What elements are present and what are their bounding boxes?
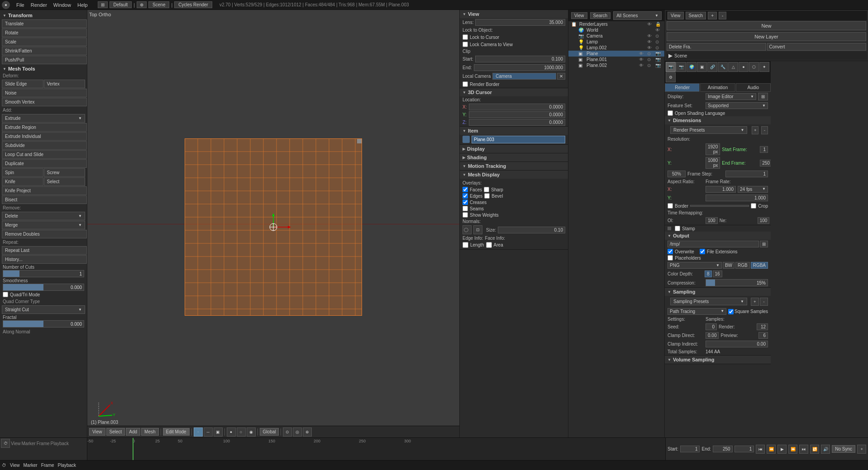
extrude-dropdown[interactable]: Extrude bbox=[2, 114, 85, 123]
proportional-icon[interactable]: ◎ bbox=[293, 427, 302, 437]
noise-btn[interactable]: Noise bbox=[2, 89, 87, 97]
outliner-lamp[interactable]: 💡 Lamp 👁 ⊙ bbox=[568, 39, 664, 45]
presets-add-btn[interactable]: + bbox=[752, 126, 758, 134]
camera-eye[interactable]: 👁 bbox=[647, 33, 653, 38]
num-cuts-slider[interactable]: 1 bbox=[3, 270, 84, 277]
camera-btn[interactable]: Camera bbox=[492, 73, 556, 80]
rl-search-btn[interactable]: Search bbox=[686, 12, 706, 19]
translate-btn[interactable]: Translate bbox=[2, 19, 87, 28]
delete-fra-btn[interactable]: Delete Fra. bbox=[667, 43, 766, 51]
convert-btn[interactable]: Convert bbox=[767, 43, 867, 51]
plane002-restrict[interactable]: ⊙ bbox=[647, 63, 653, 68]
solid-view-icon[interactable]: ● bbox=[227, 427, 236, 437]
render-icon[interactable]: 📷 bbox=[666, 62, 676, 72]
viewport-canvas[interactable] bbox=[87, 28, 459, 426]
status-view[interactable]: View bbox=[10, 463, 20, 468]
object-props-icon[interactable]: ▣ bbox=[697, 62, 707, 72]
occlude-icon[interactable]: ⊕ bbox=[303, 427, 312, 437]
screen-name[interactable]: Default bbox=[110, 1, 132, 8]
plane002-render[interactable]: 📷 bbox=[655, 63, 662, 68]
audio-icon[interactable]: 🔊 bbox=[821, 445, 830, 454]
select-btn[interactable]: Select bbox=[106, 428, 125, 436]
delete-dropdown[interactable]: Delete bbox=[2, 212, 85, 220]
outliner-plane002[interactable]: ▣ Plane.002 👁 ⊙ 📷 bbox=[568, 62, 664, 68]
animation-tab[interactable]: Animation bbox=[700, 83, 735, 92]
end-frame-timeline[interactable]: 250 bbox=[713, 446, 733, 452]
normals-size-value[interactable]: 0.10 bbox=[498, 227, 565, 233]
rgb-btn[interactable]: RGB bbox=[735, 262, 750, 269]
window-menu[interactable]: Window bbox=[51, 1, 74, 9]
faces-checkbox[interactable] bbox=[463, 187, 468, 192]
feature-set-value[interactable]: Supported ▼ bbox=[706, 102, 768, 109]
item-name-input[interactable]: Plane.003 bbox=[472, 136, 565, 143]
jump-end-icon[interactable]: ⏭ bbox=[799, 445, 808, 454]
seed-value[interactable]: 0 bbox=[706, 323, 717, 330]
status-playback[interactable]: Playback bbox=[58, 463, 76, 468]
file-menu[interactable]: File bbox=[14, 1, 27, 9]
renderlayers-eye[interactable]: 👁 bbox=[647, 22, 653, 27]
old-value[interactable]: 100 bbox=[706, 217, 718, 224]
lamp-eye[interactable]: 👁 bbox=[647, 39, 653, 44]
edges-checkbox[interactable] bbox=[463, 193, 468, 199]
current-frame[interactable]: 1 bbox=[734, 446, 754, 452]
res-percent[interactable]: 50% bbox=[668, 171, 686, 177]
next-frame-icon[interactable]: ⏩ bbox=[788, 445, 797, 454]
smoothness-slider[interactable]: 0.000 bbox=[3, 284, 84, 291]
outliner-renderlayers[interactable]: 📋 RenderLayers 👁 🔒 bbox=[568, 21, 664, 27]
knife-project-btn[interactable]: Knife Project bbox=[2, 186, 87, 195]
lamp002-restrict[interactable]: ⊙ bbox=[655, 45, 662, 50]
help-menu[interactable]: Help bbox=[75, 1, 91, 9]
scene-name[interactable]: Scene bbox=[148, 1, 169, 8]
data-props-icon[interactable]: △ bbox=[728, 62, 738, 72]
duplicate-btn[interactable]: Duplicate bbox=[2, 159, 87, 168]
vertex-normals-icon[interactable]: ⃝ bbox=[463, 225, 472, 234]
sampling-presets-btn[interactable]: Sampling Presets bbox=[670, 298, 747, 305]
edge-select-icon[interactable]: ─ bbox=[204, 427, 213, 437]
plane001-restrict[interactable]: ⊙ bbox=[647, 57, 653, 62]
render-presets-btn[interactable]: Render Presets bbox=[670, 126, 747, 134]
item-section-header[interactable]: Item bbox=[460, 127, 568, 135]
plane001-render[interactable]: 📷 bbox=[655, 57, 662, 62]
rl-add-btn[interactable]: + bbox=[708, 12, 717, 19]
sharp-checkbox[interactable] bbox=[484, 187, 489, 192]
depth-8-btn[interactable]: 8 bbox=[705, 271, 712, 277]
face-normals-icon[interactable]: ⊡ bbox=[473, 225, 482, 234]
view-btn[interactable]: View bbox=[89, 428, 105, 436]
play-icon[interactable]: ▶ bbox=[777, 445, 787, 454]
viewport[interactable]: Top Ortho bbox=[87, 10, 459, 437]
presets-remove-btn[interactable]: - bbox=[761, 126, 768, 134]
overwrite-checkbox[interactable] bbox=[668, 249, 673, 254]
clamp-direct-value[interactable]: 0.00 bbox=[706, 332, 719, 339]
preview-value[interactable]: 6 bbox=[758, 332, 768, 339]
rgba-btn[interactable]: RGBA bbox=[751, 262, 768, 269]
scene-props-icon[interactable]: 📷 bbox=[676, 62, 686, 72]
material-props-icon[interactable]: ● bbox=[739, 62, 749, 72]
render-engine-btn[interactable]: Cycles Render bbox=[174, 1, 212, 8]
output-path-browse-btn[interactable]: ⊞ bbox=[760, 241, 768, 247]
compression-slider[interactable]: 15% bbox=[706, 279, 768, 286]
border-value[interactable] bbox=[690, 205, 749, 207]
spin-btn[interactable]: Spin bbox=[2, 168, 43, 177]
jump-start-icon[interactable]: ⏮ bbox=[756, 445, 765, 454]
prev-frame-icon[interactable]: ⏪ bbox=[767, 445, 776, 454]
clip-start-value[interactable]: 0.100 bbox=[475, 56, 565, 62]
subdivide-btn[interactable]: Subdivide bbox=[2, 141, 87, 150]
lock-to-cursor-checkbox[interactable] bbox=[463, 34, 468, 40]
status-frame[interactable]: Frame bbox=[41, 463, 54, 468]
new-layer-btn[interactable]: New Layer bbox=[667, 32, 866, 41]
world-props-icon[interactable]: 🌍 bbox=[687, 62, 696, 72]
display-section-header[interactable]: Display bbox=[460, 145, 568, 153]
audio-tab[interactable]: Audio bbox=[736, 83, 771, 92]
plane002-eye[interactable]: 👁 bbox=[639, 63, 645, 68]
repeat-last-btn[interactable]: Repeat Last bbox=[2, 246, 87, 255]
quad-tri-checkbox[interactable] bbox=[3, 292, 8, 297]
outliner-lamp002[interactable]: 💡 Lamp.002 👁 ⊙ bbox=[568, 45, 664, 51]
dimensions-header[interactable]: Dimensions bbox=[665, 116, 771, 124]
transform-header[interactable]: Transform bbox=[1, 12, 86, 19]
extrude-individual-btn[interactable]: Extrude Individual bbox=[2, 132, 87, 141]
res-x-value[interactable]: 1920 px bbox=[706, 143, 720, 155]
plane-eye[interactable]: 👁 bbox=[639, 51, 645, 56]
sampling-presets-add[interactable]: + bbox=[751, 298, 759, 306]
clip-end-value[interactable]: 1000.000 bbox=[474, 64, 565, 71]
select-knife-btn[interactable]: Select bbox=[44, 177, 86, 186]
